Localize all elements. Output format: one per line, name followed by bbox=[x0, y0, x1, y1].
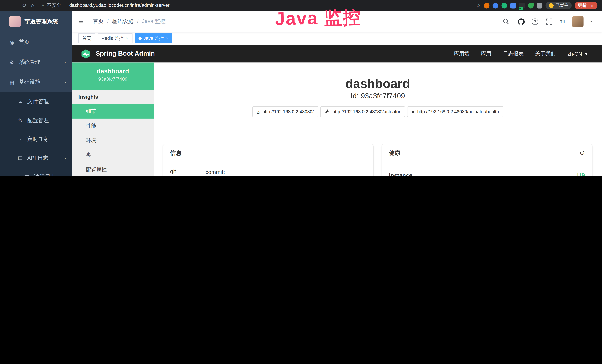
infrastructure-icon: ▦ bbox=[9, 79, 15, 85]
profile-paused-badge[interactable]: 已暂停 bbox=[546, 2, 572, 9]
home-icon[interactable]: ⌂ bbox=[28, 1, 37, 10]
sba-brand-title: Spring Boot Admin bbox=[96, 50, 155, 57]
sidebar-item-scheduled-tasks[interactable]: ◔ 定时任务 bbox=[0, 130, 72, 149]
chrome-menu-icon[interactable]: ⋮ bbox=[590, 3, 594, 8]
font-size-icon[interactable]: тT bbox=[560, 18, 566, 24]
actuator-url-button[interactable]: http://192.168.0.2:48080/actuator bbox=[320, 107, 405, 117]
cloud-icon: ☁ bbox=[17, 99, 23, 104]
search-icon[interactable] bbox=[502, 17, 510, 26]
health-url-button[interactable]: ♥ http://192.168.0.2:48080/actuator/heal… bbox=[407, 107, 504, 117]
instance-header[interactable]: dashboard 93a3fc7f7409 bbox=[72, 63, 153, 90]
avatar-caret-icon[interactable]: ▾ bbox=[590, 20, 592, 23]
infra-submenu: ☁ 文件管理 ✎ 配置管理 ◔ 定时任务 ▤ API 日志 ▴ ▣ 访问日志 ▣ bbox=[0, 92, 72, 176]
tab-redis-monitor[interactable]: Redis 监控 × bbox=[97, 33, 132, 43]
extension-blue-grid-icon[interactable] bbox=[510, 2, 516, 8]
edit-icon: ✎ bbox=[17, 118, 23, 123]
chevron-down-icon: ▼ bbox=[584, 52, 588, 56]
sba-nav-journal[interactable]: 日志报表 bbox=[503, 50, 524, 57]
chrome-update-button[interactable]: 更新 ⋮ bbox=[575, 2, 597, 9]
security-label: 不安全 bbox=[47, 2, 61, 9]
active-dot-icon bbox=[139, 37, 142, 40]
extension-tampermonkey-icon[interactable]: on bbox=[519, 2, 525, 8]
sba-item-details[interactable]: 细节 bbox=[72, 104, 153, 119]
home-icon: ⌂ bbox=[257, 109, 260, 114]
instance-links: ⌂ http://192.168.0.2:48080/ http://192.1… bbox=[153, 107, 602, 117]
sidebar-item-home[interactable]: ◉ 首页 bbox=[0, 32, 72, 52]
update-label: 更新 bbox=[578, 2, 587, 8]
health-card: 健康 ↺ Instance UP bbox=[382, 144, 592, 176]
hamburger-icon[interactable]: ≡ bbox=[78, 17, 90, 26]
extension-green-leaf-icon[interactable] bbox=[528, 2, 533, 8]
breadcrumb-home[interactable]: 首页 bbox=[93, 18, 104, 25]
breadcrumb: 首页 / 基础设施 / Java 监控 bbox=[93, 18, 166, 25]
chevron-up-icon: ▴ bbox=[64, 80, 66, 84]
wrench-icon bbox=[325, 109, 330, 115]
sba-item-config-props[interactable]: 配置属性 bbox=[72, 162, 153, 176]
sidebar-item-config-mgmt[interactable]: ✎ 配置管理 bbox=[0, 111, 72, 130]
screen: ← → ↻ ⌂ ⚠ 不安全 dashboard.yudao.iocoder.cn… bbox=[0, 0, 602, 176]
chevron-down-icon: ▾ bbox=[64, 60, 66, 64]
chrome-toolbar-right: ☆ on 已暂停 更新 ⋮ bbox=[476, 2, 599, 9]
gear-icon: ⚙ bbox=[9, 59, 15, 65]
bookmark-star-icon[interactable]: ☆ bbox=[476, 2, 480, 8]
top-navbar: ≡ 首页 / 基础设施 / Java 监控 ? тT ▾ bbox=[72, 11, 602, 32]
timer-icon: ◔ bbox=[17, 136, 23, 142]
heart-icon: ♥ bbox=[411, 109, 414, 114]
back-icon[interactable]: ← bbox=[3, 1, 12, 10]
github-icon[interactable] bbox=[517, 17, 525, 26]
page-instance-id: Id: 93a3fc7f7409 bbox=[153, 92, 602, 100]
app-logo-icon bbox=[9, 16, 21, 27]
user-avatar[interactable] bbox=[572, 16, 584, 27]
close-icon[interactable]: × bbox=[126, 36, 129, 41]
tag-tabs-bar: 首页 Redis 监控 × Java 监控 × bbox=[72, 32, 602, 45]
app-logo[interactable]: 芋道管理系统 bbox=[0, 11, 72, 32]
help-icon[interactable]: ? bbox=[532, 18, 538, 25]
tab-home[interactable]: 首页 bbox=[78, 33, 95, 43]
fullscreen-icon[interactable] bbox=[545, 17, 553, 26]
service-url-button[interactable]: ⌂ http://192.168.0.2:48080/ bbox=[252, 107, 318, 117]
on-badge: on bbox=[519, 7, 523, 10]
profile-avatar-icon bbox=[548, 3, 553, 8]
sba-item-metrics[interactable]: 性能 bbox=[72, 119, 153, 133]
page-title: dashboard bbox=[153, 76, 602, 91]
forward-icon[interactable]: → bbox=[11, 1, 20, 10]
insights-section-label: Insights bbox=[72, 90, 153, 104]
health-instance-row: Instance UP bbox=[389, 167, 585, 176]
sba-language-select[interactable]: zh-CN ▼ bbox=[567, 51, 588, 57]
sidebar-item-api-logs[interactable]: ▤ API 日志 ▴ bbox=[0, 149, 72, 167]
chevron-up-icon: ▴ bbox=[64, 156, 66, 160]
address-bar[interactable]: ⚠ 不安全 dashboard.yudao.iocoder.cn/infra/a… bbox=[41, 2, 170, 9]
breadcrumb-separator: / bbox=[137, 18, 139, 24]
sba-item-environment[interactable]: 环境 bbox=[72, 133, 153, 148]
info-key: git bbox=[170, 167, 205, 176]
sidebar-item-system[interactable]: ⚙ 系统管理 ▾ bbox=[0, 52, 72, 72]
extension-green-circle-icon[interactable] bbox=[501, 2, 507, 8]
breadcrumb-infra[interactable]: 基础设施 bbox=[112, 18, 133, 25]
breadcrumb-current: Java 监控 bbox=[142, 18, 166, 25]
info-values: commit: time: 1596289704000 id: 27aa832 … bbox=[205, 167, 366, 176]
extension-blue-drop-icon[interactable] bbox=[493, 2, 498, 8]
sba-item-classes[interactable]: 类 bbox=[72, 148, 153, 162]
sidebar-item-infra[interactable]: ▦ 基础设施 ▴ bbox=[0, 72, 72, 92]
history-icon[interactable]: ↺ bbox=[580, 149, 585, 157]
navbar-actions: ? тT ▾ bbox=[502, 16, 596, 27]
not-secure-warning-icon: ⚠ bbox=[41, 3, 44, 8]
sba-nav-applications[interactable]: 应用 bbox=[481, 50, 491, 57]
address-divider bbox=[65, 3, 65, 8]
reload-icon[interactable]: ↻ bbox=[20, 1, 29, 10]
access-log-icon: ▣ bbox=[24, 174, 30, 176]
app-title: 芋道管理系统 bbox=[25, 18, 58, 25]
sba-nav-about[interactable]: 关于我们 bbox=[535, 50, 556, 57]
sba-main-content: dashboard Id: 93a3fc7f7409 ⌂ http://192.… bbox=[153, 63, 602, 176]
breadcrumb-separator: / bbox=[107, 18, 109, 24]
sidebar-item-access-logs[interactable]: ▣ 访问日志 bbox=[0, 167, 72, 176]
insights-group: Insights 细节 性能 环境 类 配置属性 计划任务 bbox=[72, 90, 153, 176]
extensions-puzzle-icon[interactable] bbox=[537, 2, 542, 8]
sba-nav-wallboard[interactable]: 应用墙 bbox=[454, 50, 469, 57]
tab-java-monitor[interactable]: Java 监控 × bbox=[135, 33, 172, 43]
url-text: dashboard.yudao.iocoder.cn/infra/admin-s… bbox=[69, 3, 170, 8]
extension-orange-icon[interactable] bbox=[484, 2, 489, 8]
sidebar-item-file-mgmt[interactable]: ☁ 文件管理 bbox=[0, 92, 72, 111]
close-icon[interactable]: × bbox=[166, 36, 169, 41]
health-instance-label: Instance bbox=[389, 172, 412, 176]
